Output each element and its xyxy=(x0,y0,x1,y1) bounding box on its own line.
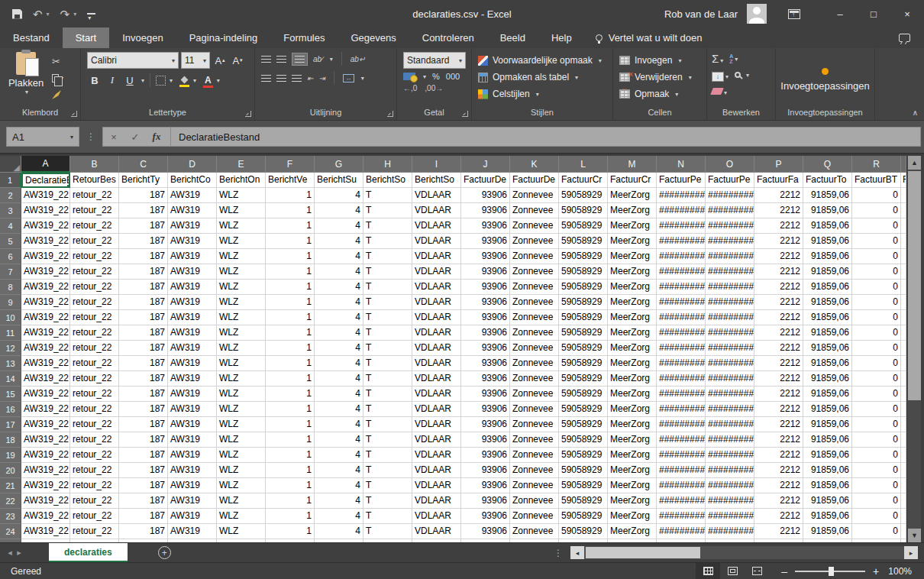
cell-F5[interactable]: 1 xyxy=(266,234,315,249)
cell-N11[interactable]: ######### xyxy=(657,325,706,341)
cell-H15[interactable]: T xyxy=(363,387,412,402)
cell-Q10[interactable]: 91859,06 xyxy=(803,310,852,325)
cell-A22[interactable]: AW319_22 xyxy=(21,493,70,509)
cell-N10[interactable]: ######### xyxy=(657,310,706,325)
cell-J18[interactable]: 93906 xyxy=(461,432,510,448)
normal-view-button[interactable] xyxy=(696,563,720,579)
format-as-table-button[interactable]: Opmaken als tabel ▾ xyxy=(478,70,606,84)
cell-partial-column[interactable] xyxy=(901,448,906,463)
column-header-Q[interactable]: Q xyxy=(803,156,852,173)
cell-M21[interactable]: MeerZorg xyxy=(608,478,657,493)
decrease-font-size-button[interactable]: A▾ xyxy=(230,53,245,68)
cell-N12[interactable]: ######### xyxy=(657,341,706,356)
cell-M23[interactable]: MeerZorg xyxy=(608,509,657,524)
cell-F10[interactable]: 1 xyxy=(266,310,315,325)
enter-icon[interactable]: ✓ xyxy=(124,131,146,143)
cell-H11[interactable]: T xyxy=(363,325,412,341)
cell-C2[interactable]: 187 xyxy=(119,188,168,203)
cell-L19[interactable]: 59058929 xyxy=(559,448,608,463)
cell-A14[interactable]: AW319_22 xyxy=(21,371,70,387)
cell-partial-column[interactable] xyxy=(901,463,906,478)
column-header-L[interactable]: L xyxy=(559,156,608,173)
insert-cells-button[interactable]: Invoegen ▾ xyxy=(619,53,700,67)
horizontal-scrollbar-track[interactable] xyxy=(584,546,904,559)
cell-H2[interactable]: T xyxy=(363,188,412,203)
row-header-14[interactable]: 14 xyxy=(0,371,21,387)
cell-F1[interactable]: BerichtVe xyxy=(266,173,315,188)
row-header-20[interactable]: 20 xyxy=(0,463,21,478)
cell-R1[interactable]: FactuurBT xyxy=(852,173,901,188)
cell-A24[interactable]: AW319_22 xyxy=(21,524,70,539)
row-header-7[interactable]: 7 xyxy=(0,264,21,280)
cell-A8[interactable]: AW319_22 xyxy=(21,280,70,295)
cell-L13[interactable]: 59058929 xyxy=(559,356,608,371)
cell-D22[interactable]: AW319 xyxy=(168,493,217,509)
column-header-F[interactable]: F xyxy=(266,156,315,173)
cell-K21[interactable]: Zonnevee xyxy=(510,478,559,493)
cell-B19[interactable]: retour_22 xyxy=(70,448,119,463)
cell-C17[interactable]: 187 xyxy=(119,417,168,432)
align-middle-button[interactable] xyxy=(276,56,286,63)
cell-M10[interactable]: MeerZorg xyxy=(608,310,657,325)
cell-I14[interactable]: VDLAAR xyxy=(412,371,461,387)
sheet-nav-right-icon[interactable]: ▸ xyxy=(9,543,29,562)
cell-K23[interactable]: Zonnevee xyxy=(510,509,559,524)
cell-O20[interactable]: ######### xyxy=(706,463,754,478)
cell-J13[interactable]: 93906 xyxy=(461,356,510,371)
cell-F3[interactable]: 1 xyxy=(266,203,315,218)
cell-L12[interactable]: 59058929 xyxy=(559,341,608,356)
cell-G4[interactable]: 4 xyxy=(315,218,363,234)
orientation-button[interactable]: ab∕ xyxy=(313,55,323,63)
cell-E16[interactable]: WLZ xyxy=(217,402,266,417)
cell-K1[interactable]: FactuurDe xyxy=(510,173,559,188)
cell-A4[interactable]: AW319_22 xyxy=(21,218,70,234)
cell-R13[interactable]: 0 xyxy=(852,356,901,371)
cell-D16[interactable]: AW319 xyxy=(168,402,217,417)
cell-G5[interactable]: 4 xyxy=(315,234,363,249)
row-header-1[interactable]: 1 xyxy=(0,173,21,188)
cell-C21[interactable]: 187 xyxy=(119,478,168,493)
fill-handle[interactable] xyxy=(66,184,70,188)
cell-N21[interactable]: ######### xyxy=(657,478,706,493)
cell-L2[interactable]: 59058929 xyxy=(559,188,608,203)
cell-P22[interactable]: 2212 xyxy=(754,493,803,509)
align-top-button[interactable] xyxy=(261,56,271,63)
cell-D17[interactable]: AW319 xyxy=(168,417,217,432)
cell-D11[interactable]: AW319 xyxy=(168,325,217,341)
cell-partial-column[interactable] xyxy=(901,249,906,264)
cell-C15[interactable]: 187 xyxy=(119,387,168,402)
cell-partial-column[interactable] xyxy=(901,432,906,448)
cell-I1[interactable]: BerichtSo xyxy=(412,173,461,188)
cell-H10[interactable]: T xyxy=(363,310,412,325)
cell-D6[interactable]: AW319 xyxy=(168,249,217,264)
format-cells-button[interactable]: ↔ Opmaak ▾ xyxy=(619,87,700,101)
cell-R9[interactable]: 0 xyxy=(852,295,901,310)
tab-formules[interactable]: Formules xyxy=(270,27,338,48)
cell-E18[interactable]: WLZ xyxy=(217,432,266,448)
horizontal-scrollbar-thumb[interactable] xyxy=(586,547,700,558)
cell-E17[interactable]: WLZ xyxy=(217,417,266,432)
cell-O9[interactable]: ######### xyxy=(706,295,754,310)
cell-B3[interactable]: retour_22 xyxy=(70,203,119,218)
cell-R12[interactable]: 0 xyxy=(852,341,901,356)
tab-help[interactable]: Help xyxy=(538,27,585,48)
cell-partial-column[interactable] xyxy=(901,218,906,234)
cell-E13[interactable]: WLZ xyxy=(217,356,266,371)
cell-H4[interactable]: T xyxy=(363,218,412,234)
cell-D13[interactable]: AW319 xyxy=(168,356,217,371)
cell-R20[interactable]: 0 xyxy=(852,463,901,478)
cell-H23[interactable]: T xyxy=(363,509,412,524)
cell-F17[interactable]: 1 xyxy=(266,417,315,432)
font-color-button[interactable]: A xyxy=(203,75,213,86)
cell-P17[interactable]: 2212 xyxy=(754,417,803,432)
cell-H19[interactable]: T xyxy=(363,448,412,463)
save-icon[interactable] xyxy=(12,9,22,19)
cell-E12[interactable]: WLZ xyxy=(217,341,266,356)
cell-partial-column[interactable]: F xyxy=(901,173,906,188)
cell-C19[interactable]: 187 xyxy=(119,448,168,463)
cell-E22[interactable]: WLZ xyxy=(217,493,266,509)
cell-I19[interactable]: VDLAAR xyxy=(412,448,461,463)
cell-G17[interactable]: 4 xyxy=(315,417,363,432)
cell-R7[interactable]: 0 xyxy=(852,264,901,280)
cell-E11[interactable]: WLZ xyxy=(217,325,266,341)
